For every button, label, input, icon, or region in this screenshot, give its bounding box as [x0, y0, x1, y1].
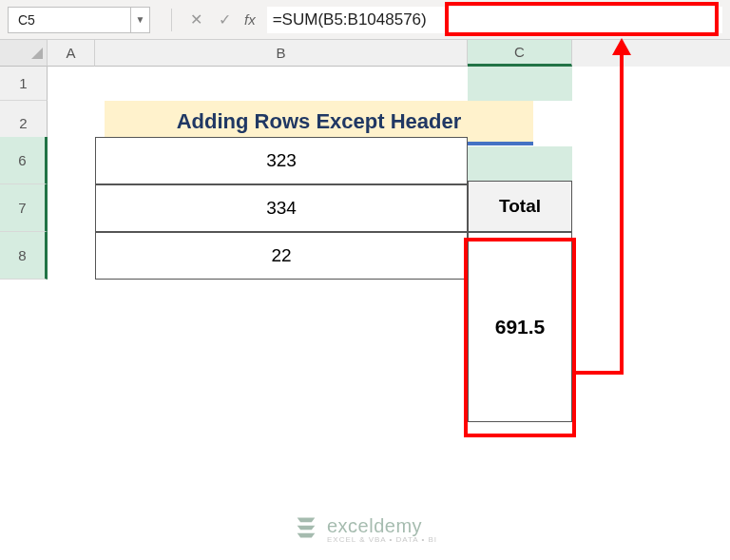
cell-B1[interactable] [95, 67, 468, 101]
exceldemy-logo-icon [293, 514, 319, 545]
table-header-total[interactable]: Total [468, 181, 572, 232]
cell-B8[interactable]: 22 [95, 232, 468, 280]
watermark-brand: exceldemy [327, 515, 437, 537]
name-box-dropdown-icon[interactable]: ▼ [131, 7, 150, 33]
enter-icon[interactable]: ✓ [210, 7, 239, 33]
cancel-icon[interactable]: ✕ [182, 7, 210, 33]
watermark: exceldemy EXCEL & VBA • DATA • BI [293, 514, 437, 545]
cell-A7[interactable] [48, 184, 95, 232]
column-header-B[interactable]: B [95, 40, 468, 67]
column-header-C[interactable]: C [468, 40, 572, 67]
formula-input[interactable]: =SUM(B5:B1048576) [267, 7, 722, 33]
watermark-tagline: EXCEL & VBA • DATA • BI [327, 535, 437, 544]
cell-C3[interactable] [468, 146, 572, 181]
row-header-7[interactable]: 7 [0, 184, 48, 232]
annotation-arrow-line-h [576, 371, 624, 375]
cell-B7[interactable]: 334 [95, 184, 468, 232]
row-header-6[interactable]: 6 [0, 137, 48, 184]
cell-A8[interactable] [48, 232, 95, 280]
cell-A6[interactable] [48, 137, 95, 184]
cell-A1[interactable] [48, 67, 95, 101]
row-header-1[interactable]: 1 [0, 67, 48, 101]
fx-icon[interactable]: fx [244, 11, 256, 28]
column-header-A[interactable]: A [48, 40, 95, 67]
select-all-corner[interactable] [0, 40, 48, 67]
cell-B6[interactable]: 323 [95, 137, 468, 184]
annotation-arrow-head [612, 38, 631, 55]
row-header-8[interactable]: 8 [0, 232, 48, 280]
cell-C1[interactable] [468, 67, 572, 101]
cell-C5-merged-total[interactable]: 691.5 [468, 232, 572, 422]
annotation-arrow-line-v [620, 51, 624, 375]
separator [171, 9, 172, 31]
formula-bar: C5 ▼ ✕ ✓ fx =SUM(B5:B1048576) [0, 0, 730, 40]
name-box[interactable]: C5 [8, 7, 131, 33]
